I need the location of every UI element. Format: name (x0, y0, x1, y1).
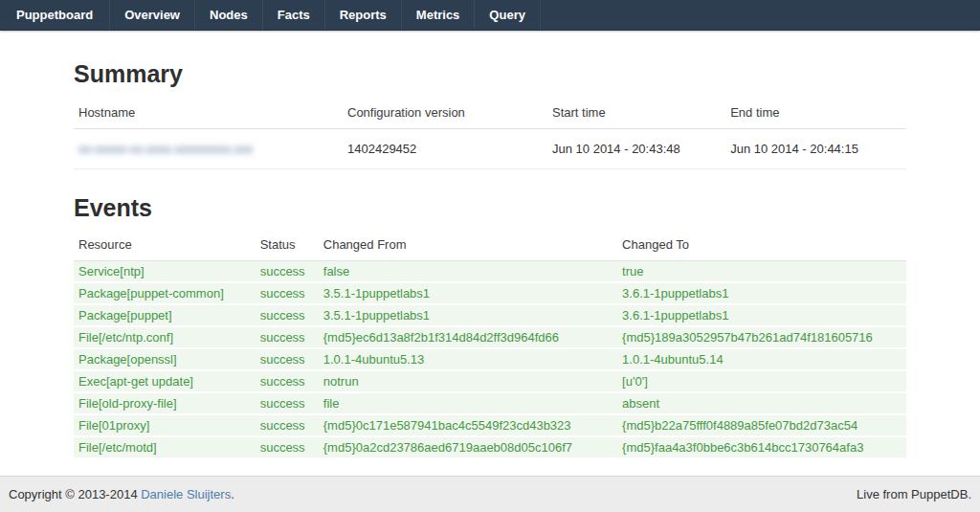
summary-row: xx-xxxxx-xx.xxxx.xxxxxxxxx.xxx 140242945… (74, 129, 906, 169)
footer-copyright: Copyright © 2013-2014 Daniele Sluijters. (9, 487, 234, 501)
event-status: success (256, 392, 319, 414)
event-row: File[/etc/ntp.conf] success {md5}ec6d13a… (74, 326, 906, 348)
footer-live-status: Live from PuppetDB. (857, 487, 971, 501)
event-changed-from: false (319, 261, 617, 283)
nav-item-query[interactable]: Query (475, 0, 541, 30)
event-changed-to: {md5}189a3052957b47b261ad74f181605716 (617, 326, 906, 348)
config-version-value: 1402429452 (343, 129, 547, 169)
nav-item-facts[interactable]: Facts (263, 0, 325, 30)
event-changed-from: 1.0.1-4ubuntu5.13 (319, 348, 617, 370)
event-row: File[01proxy] success {md5}0c171e587941b… (74, 414, 906, 436)
events-col-changed-to: Changed To (617, 228, 906, 261)
event-resource: Package[puppet-common] (74, 282, 256, 304)
event-status: success (256, 370, 319, 392)
summary-section: Summary Hostname Configuration version S… (74, 59, 906, 169)
event-changed-from: 3.5.1-1puppetlabs1 (319, 282, 617, 304)
event-resource: Package[openssl] (74, 348, 256, 370)
summary-col-config-version: Configuration version (343, 96, 547, 129)
end-time-value: Jun 10 2014 - 20:44:15 (725, 129, 906, 169)
event-changed-to: {md5}faa4a3f0bbe6c3b614bcc1730764afa3 (617, 436, 906, 458)
events-heading: Events (74, 193, 906, 222)
event-resource: Service[ntp] (74, 261, 256, 283)
start-time-value: Jun 10 2014 - 20:43:48 (547, 129, 725, 169)
copyright-period: . (231, 487, 234, 501)
report-page: Summary Hostname Configuration version S… (0, 31, 980, 476)
event-status: success (256, 348, 319, 370)
summary-table: Hostname Configuration version Start tim… (74, 96, 906, 169)
summary-heading: Summary (74, 59, 906, 88)
event-changed-from: {md5}0a2cd23786aed6719aaeb08d05c106f7 (319, 436, 617, 458)
top-navbar: Puppetboard Overview Nodes Facts Reports… (0, 0, 980, 31)
event-changed-to: 3.6.1-1puppetlabs1 (617, 304, 906, 326)
event-changed-from: {md5}0c171e587941bac4c5549f23cd43b323 (319, 414, 617, 436)
nav-item-metrics[interactable]: Metrics (402, 0, 476, 30)
event-row: Service[ntp] success false true (74, 261, 906, 283)
nav-item-overview[interactable]: Overview (110, 0, 195, 30)
event-resource: Package[puppet] (74, 304, 256, 326)
event-status: success (256, 282, 319, 304)
event-status: success (256, 261, 319, 283)
event-changed-to: absent (617, 392, 906, 414)
event-resource: File[/etc/motd] (74, 436, 256, 458)
events-header-row: Resource Status Changed From Changed To (74, 228, 906, 261)
event-status: success (256, 414, 319, 436)
events-col-resource: Resource (74, 228, 256, 261)
event-row: Package[puppet-common] success 3.5.1-1pu… (74, 282, 906, 304)
event-resource: File[old-proxy-file] (74, 392, 256, 414)
event-changed-from: 3.5.1-1puppetlabs1 (319, 304, 617, 326)
event-resource: File[/etc/ntp.conf] (74, 326, 256, 348)
events-table: Resource Status Changed From Changed To … (74, 228, 906, 459)
event-changed-to: 1.0.1-4ubuntu5.14 (617, 348, 906, 370)
event-changed-to: {md5}b22a75fff0f4889a85fe07bd2d73ac54 (617, 414, 906, 436)
summary-col-start-time: Start time (547, 96, 725, 129)
event-resource: Exec[apt-get update] (74, 370, 256, 392)
author-link[interactable]: Daniele Sluijters (141, 487, 231, 501)
event-status: success (256, 436, 319, 458)
event-resource: File[01proxy] (74, 414, 256, 436)
event-status: success (256, 326, 319, 348)
event-row: Exec[apt-get update] success notrun [u'0… (74, 370, 906, 392)
nav-item-nodes[interactable]: Nodes (195, 0, 263, 30)
event-changed-to: [u'0'] (617, 370, 906, 392)
events-col-changed-from: Changed From (319, 228, 617, 261)
copyright-text: Copyright © 2013-2014 (9, 487, 141, 501)
event-changed-from: notrun (319, 370, 617, 392)
event-changed-from: {md5}ec6d13a8f2b1f314d84d2ff3d964fd66 (319, 326, 617, 348)
hostname-link-redacted[interactable]: xx-xxxxx-xx.xxxx.xxxxxxxxx.xxx (78, 142, 253, 156)
nav-brand-puppetboard[interactable]: Puppetboard (0, 0, 110, 30)
page-footer: Copyright © 2013-2014 Daniele Sluijters.… (0, 476, 980, 512)
nav-item-reports[interactable]: Reports (325, 0, 402, 30)
events-col-status: Status (256, 228, 319, 261)
event-changed-to: 3.6.1-1puppetlabs1 (617, 282, 906, 304)
summary-col-hostname: Hostname (74, 96, 343, 129)
events-section: Events Resource Status Changed From Chan… (74, 193, 906, 459)
event-row: Package[openssl] success 1.0.1-4ubuntu5.… (74, 348, 906, 370)
event-changed-from: file (319, 392, 617, 414)
event-changed-to: true (617, 261, 906, 283)
event-row: File[old-proxy-file] success file absent (74, 392, 906, 414)
event-row: Package[puppet] success 3.5.1-1puppetlab… (74, 304, 906, 326)
event-row: File[/etc/motd] success {md5}0a2cd23786a… (74, 436, 906, 458)
summary-col-end-time: End time (725, 96, 906, 129)
summary-header-row: Hostname Configuration version Start tim… (74, 96, 906, 129)
event-status: success (256, 304, 319, 326)
